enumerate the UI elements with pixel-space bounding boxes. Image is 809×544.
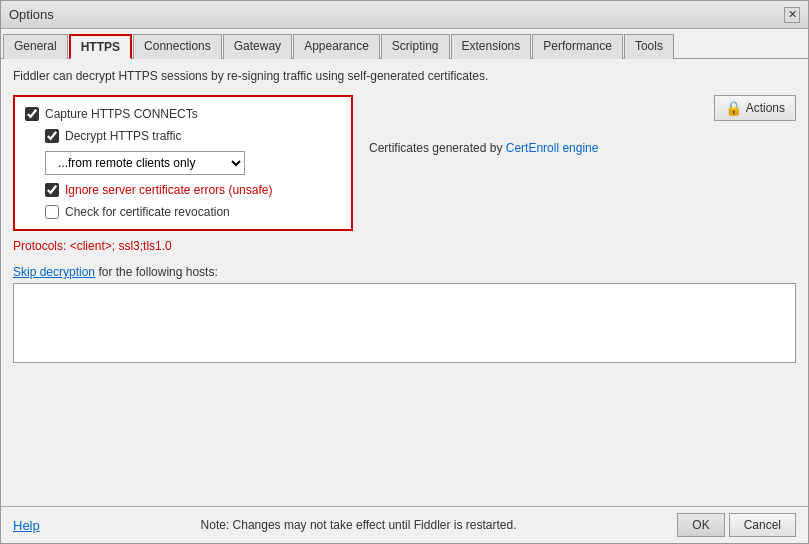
tab-scripting[interactable]: Scripting xyxy=(381,34,450,59)
ignore-cert-errors-checkbox[interactable] xyxy=(45,183,59,197)
tab-connections[interactable]: Connections xyxy=(133,34,222,59)
decrypt-https-row: Decrypt HTTPS traffic xyxy=(25,129,341,143)
ignore-cert-errors-label: Ignore server certificate errors (unsafe… xyxy=(65,183,272,197)
remote-clients-dropdown-row: ...from remote clients only ...from all … xyxy=(25,151,341,175)
actions-button-label: Actions xyxy=(746,101,785,115)
capture-https-row: Capture HTTPS CONNECTs xyxy=(25,107,341,121)
right-panel: 🔒 Actions Certificates generated by Cert… xyxy=(369,95,796,155)
check-revocation-label: Check for certificate revocation xyxy=(65,205,230,219)
bottom-bar: Help Note: Changes may not take effect u… xyxy=(1,506,808,543)
note-text: Note: Changes may not take effect until … xyxy=(40,518,678,532)
skip-row: Skip decryption for the following hosts: xyxy=(13,265,796,279)
bottom-buttons: OK Cancel xyxy=(677,513,796,537)
actions-button[interactable]: 🔒 Actions xyxy=(714,95,796,121)
help-link[interactable]: Help xyxy=(13,518,40,533)
check-revocation-checkbox[interactable] xyxy=(45,205,59,219)
description-text: Fiddler can decrypt HTTPS sessions by re… xyxy=(13,69,796,83)
protocols-text: Protocols: <client>; ssl3;tls1.0 xyxy=(13,239,796,253)
window-title: Options xyxy=(9,7,54,22)
skip-label: for the following hosts: xyxy=(95,265,218,279)
tab-performance[interactable]: Performance xyxy=(532,34,623,59)
tab-appearance[interactable]: Appearance xyxy=(293,34,380,59)
certificates-text: Certificates generated by CertEnroll eng… xyxy=(369,141,796,155)
tab-bar: General HTTPS Connections Gateway Appear… xyxy=(1,29,808,59)
ignore-cert-errors-row: Ignore server certificate errors (unsafe… xyxy=(25,183,341,197)
https-options-panel: Capture HTTPS CONNECTs Decrypt HTTPS tra… xyxy=(13,95,353,231)
ok-button[interactable]: OK xyxy=(677,513,724,537)
skip-hosts-textarea[interactable] xyxy=(13,283,796,363)
skip-decryption-link[interactable]: Skip decryption xyxy=(13,265,95,279)
options-window: Options ✕ General HTTPS Connections Gate… xyxy=(0,0,809,544)
certenroll-link[interactable]: CertEnroll engine xyxy=(506,141,599,155)
skip-decryption-section: Skip decryption for the following hosts: xyxy=(13,265,796,363)
tab-https[interactable]: HTTPS xyxy=(69,34,132,59)
actions-icon: 🔒 xyxy=(725,100,742,116)
check-revocation-row: Check for certificate revocation xyxy=(25,205,341,219)
cert-text-prefix: Certificates generated by xyxy=(369,141,506,155)
tab-general[interactable]: General xyxy=(3,34,68,59)
capture-https-label: Capture HTTPS CONNECTs xyxy=(45,107,198,121)
main-row: Capture HTTPS CONNECTs Decrypt HTTPS tra… xyxy=(13,95,796,231)
remote-clients-dropdown[interactable]: ...from remote clients only ...from all … xyxy=(45,151,245,175)
capture-https-checkbox[interactable] xyxy=(25,107,39,121)
cancel-button[interactable]: Cancel xyxy=(729,513,796,537)
title-bar: Options ✕ xyxy=(1,1,808,29)
content-area: Fiddler can decrypt HTTPS sessions by re… xyxy=(1,59,808,506)
close-icon[interactable]: ✕ xyxy=(784,7,800,23)
decrypt-https-label: Decrypt HTTPS traffic xyxy=(65,129,181,143)
tab-tools[interactable]: Tools xyxy=(624,34,674,59)
decrypt-https-checkbox[interactable] xyxy=(45,129,59,143)
tab-extensions[interactable]: Extensions xyxy=(451,34,532,59)
tab-gateway[interactable]: Gateway xyxy=(223,34,292,59)
